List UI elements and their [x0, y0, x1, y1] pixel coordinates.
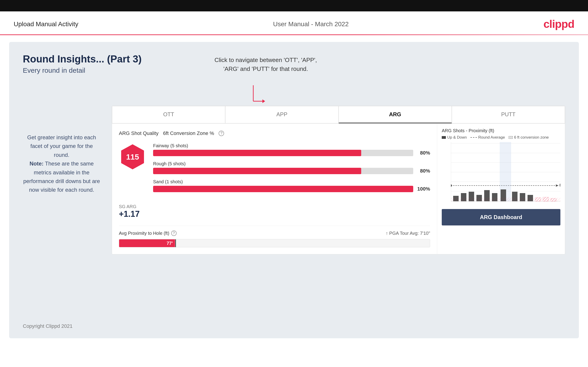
tab-putt[interactable]: PUTT	[452, 106, 565, 123]
nav-hint: Click to navigate between 'OTT', 'APP', …	[215, 56, 317, 73]
proximity-title: Avg Proximity to Hole (ft) ?	[119, 230, 177, 236]
bar-fill-rough	[153, 168, 361, 174]
conversion-label: 6ft Conversion Zone %	[163, 130, 214, 136]
right-panel: ARG Shots - Proximity (ft) Up & Down Rou…	[437, 124, 565, 254]
sg-value: +1.17	[119, 209, 430, 219]
bar-label-fairway: Fairway (5 shots)	[153, 143, 430, 148]
proximity-avg: ↑ PGA Tour Avg: 7'10"	[386, 231, 430, 236]
legend-zone: 6 ft conversion zone	[509, 135, 549, 140]
proximity-bar-value: 77'	[167, 241, 173, 246]
shot-quality-label: ARG Shot Quality	[119, 130, 159, 136]
dashboard-panel: OTT APP ARG PUTT ARG Shot Quality 6ft Co…	[112, 106, 565, 254]
sg-section: SG ARG +1.17	[119, 204, 430, 219]
proximity-help-icon[interactable]: ?	[171, 230, 177, 236]
left-desc-text: Get greater insight into each facet of y…	[23, 133, 100, 194]
bar-label-rough: Rough (5 shots)	[153, 161, 430, 167]
header-divider	[0, 34, 588, 35]
bar-track-fairway: 80%	[153, 150, 430, 156]
bar-row-fairway: Fairway (5 shots) 80%	[153, 143, 430, 156]
tab-ott[interactable]: OTT	[112, 106, 225, 123]
svg-marker-21	[556, 184, 559, 187]
chart-svg: 30 25 20 15 10 5 0	[451, 142, 560, 206]
panel-header: ARG Shot Quality 6ft Conversion Zone % ?	[119, 130, 430, 136]
proximity-bar-track: 77'	[119, 239, 430, 247]
left-desc-note: Note:	[29, 160, 43, 167]
bar-row-sand: Sand (1 shots) 100%	[153, 179, 430, 192]
nav-hint-line1: Click to navigate between 'OTT', 'APP',	[215, 56, 317, 65]
left-description: Get greater insight into each facet of y…	[23, 133, 100, 194]
score-number: 115	[126, 152, 139, 161]
main-content: Round Insights... (Part 3) Every round i…	[9, 42, 579, 338]
panel-content: ARG Shot Quality 6ft Conversion Zone % ?…	[112, 124, 565, 254]
bar-track-sand: 100%	[153, 186, 430, 192]
help-icon[interactable]: ?	[219, 131, 224, 136]
tab-bar: OTT APP ARG PUTT	[112, 106, 565, 124]
bar-pct-rough: 80%	[416, 168, 430, 174]
tab-arg[interactable]: ARG	[339, 106, 452, 123]
proximity-cursor	[175, 239, 176, 247]
footer-copyright: Copyright Clippd 2021	[23, 323, 73, 329]
manual-label: User Manual - March 2022	[273, 21, 349, 28]
bar-pct-fairway: 80%	[416, 150, 430, 156]
legend-dash	[470, 137, 477, 138]
proximity-bar-fill: 77'	[119, 239, 175, 247]
svg-rect-38	[451, 198, 560, 201]
bar-pct-sand: 100%	[416, 186, 430, 192]
chart-title: ARG Shots - Proximity (ft)	[442, 128, 560, 133]
sg-label: SG ARG	[119, 204, 430, 209]
legend: Up & Down Round Average 6 ft conversion …	[442, 135, 560, 140]
legend-updown: Up & Down	[442, 135, 467, 140]
score-bars-container: 115 Fairway (5 shots) 80%	[119, 143, 430, 197]
svg-text:8: 8	[560, 183, 560, 187]
bar-bg-fairway	[153, 150, 413, 156]
legend-updown-box	[442, 136, 446, 139]
legend-round-avg: Round Average	[470, 135, 505, 140]
proximity-section: Avg Proximity to Hole (ft) ? ↑ PGA Tour …	[119, 226, 430, 247]
bars-section: Fairway (5 shots) 80% Rough (5 shots)	[153, 143, 430, 197]
proximity-label: Avg Proximity to Hole (ft)	[119, 231, 169, 236]
legend-zone-box	[509, 136, 513, 139]
header: Upload Manual Activity User Manual - Mar…	[0, 11, 588, 34]
left-panel: ARG Shot Quality 6ft Conversion Zone % ?…	[112, 124, 437, 254]
tab-app[interactable]: APP	[225, 106, 338, 123]
proximity-header: Avg Proximity to Hole (ft) ? ↑ PGA Tour …	[119, 230, 430, 236]
bar-fill-sand	[153, 186, 413, 192]
top-bar	[0, 0, 588, 11]
chart-container: 30 25 20 15 10 5 0	[451, 142, 560, 207]
chart-header: ARG Shots - Proximity (ft) Up & Down Rou…	[442, 128, 560, 140]
legend-round-avg-label: Round Average	[478, 135, 505, 140]
legend-updown-label: Up & Down	[447, 135, 467, 140]
bar-row-rough: Rough (5 shots) 80%	[153, 161, 430, 174]
legend-zone-label: 6 ft conversion zone	[514, 135, 549, 140]
clippd-logo: clippd	[544, 18, 574, 30]
bar-fill-fairway	[153, 150, 361, 156]
arg-dashboard-button[interactable]: ARG Dashboard	[442, 209, 560, 225]
bar-track-rough: 80%	[153, 168, 430, 174]
bar-bg-rough	[153, 168, 413, 174]
bar-label-sand: Sand (1 shots)	[153, 179, 430, 184]
upload-label[interactable]: Upload Manual Activity	[14, 21, 78, 28]
svg-marker-2	[262, 99, 265, 103]
bar-bg-sand	[153, 186, 413, 192]
score-hexagon: 115	[119, 143, 146, 170]
nav-hint-line2: 'ARG' and 'PUTT' for that round.	[215, 65, 317, 73]
